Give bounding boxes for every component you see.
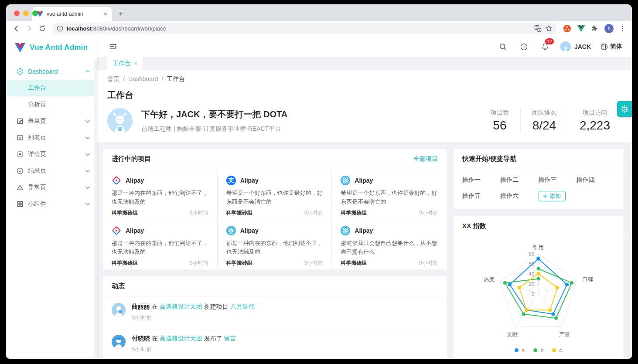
browser-profile-avatar[interactable]: h — [604, 24, 614, 33]
stat-value: 8/24 — [532, 119, 556, 133]
project-group-link[interactable]: 科学搬砖组 — [112, 259, 138, 267]
project-group-link[interactable]: 科学搬砖组 — [341, 209, 367, 217]
page-tab-workplace[interactable]: 工作台 × — [107, 57, 143, 70]
chevron-down-icon — [85, 185, 90, 190]
activity-item: 付晓晓 在 高逼格设计天团 发布了 留言 9小时前 — [112, 328, 438, 358]
legend-item[interactable]: c — [552, 347, 562, 354]
notification-bell-icon[interactable]: 12 — [539, 41, 551, 52]
breadcrumb-dashboard[interactable]: Dashboard — [128, 75, 158, 83]
project-card[interactable]: Alipay那时候我只会想自己想要什么，从不想自己拥有什么科学搬砖组9小时前 — [332, 219, 447, 269]
project-group-link[interactable]: 科学搬砖组 — [341, 259, 367, 267]
activity-target-link[interactable]: 留言 — [224, 335, 236, 342]
alipay-icon: 支 — [226, 176, 236, 185]
sidebar-item-label: 表单页 — [28, 117, 85, 125]
add-button[interactable]: 添加 — [539, 191, 566, 201]
quick-nav-link-2[interactable]: 操作二 — [500, 176, 538, 184]
sidebar-item-label: 结果页 — [28, 167, 85, 175]
new-tab-button[interactable]: + — [115, 8, 126, 20]
project-time: 9小时前 — [419, 259, 438, 267]
page-tab-close-icon[interactable]: × — [134, 61, 137, 67]
project-name[interactable]: Alipay — [355, 177, 373, 184]
site-info-icon[interactable] — [57, 25, 63, 32]
browser-menu-icon[interactable] — [619, 25, 626, 32]
back-button[interactable] — [10, 23, 22, 34]
page-header: 首页 / Dashboard / 工作台 工作台 下午好，JACK，要不要打一把… — [97, 70, 632, 142]
menu-fold-icon[interactable] — [107, 41, 119, 52]
legend-item[interactable]: a — [515, 347, 525, 354]
minimize-window-button[interactable] — [23, 10, 29, 16]
project-time: 9小时前 — [190, 209, 208, 217]
tab-title: vue-antd-admin — [47, 11, 100, 17]
page-scroll-area[interactable]: 首页 / Dashboard / 工作台 工作台 下午好，JACK，要不要打一把… — [97, 70, 632, 358]
dashboard-icon — [17, 68, 24, 75]
activity-group-link[interactable]: 高逼格设计天团 — [160, 335, 202, 342]
chevron-down-icon — [85, 169, 90, 173]
browser-toolbar: localhost:8080/#/dashboard/workplace 文A … — [6, 21, 632, 36]
quick-nav-link-3[interactable]: 操作三 — [539, 176, 577, 184]
bookmark-star-icon[interactable] — [545, 25, 553, 32]
project-name[interactable]: Alipay — [240, 177, 259, 184]
sidebar-item-analysis[interactable]: 分析页 — [6, 96, 97, 113]
project-card[interactable]: Alipay希望是一个好东西，也许是最好的，好东西是不会消亡的科学搬砖组9小时前 — [332, 169, 447, 219]
greeting-block: 下午好，JACK，要不要打一把 DOTA 前端工程师 | 蚂蚁金服-计算服务事业… — [107, 108, 621, 133]
sidebar-item-label: 小组件 — [28, 200, 85, 208]
app-header: ? 12 JACK 简体 — [97, 36, 632, 57]
vue-logo-icon — [15, 43, 25, 52]
sidebar-item-detail[interactable]: 详情页 — [6, 146, 97, 163]
search-icon[interactable] — [498, 41, 509, 52]
extension-orange-icon[interactable] — [563, 24, 571, 33]
chevron-down-icon — [85, 202, 90, 206]
reload-button[interactable] — [37, 23, 48, 34]
sidebar-item-widgets[interactable]: 小组件 — [6, 196, 97, 212]
settings-gear-button[interactable] — [617, 101, 632, 117]
sidebar-item-dashboard[interactable]: Dashboard — [6, 63, 97, 80]
browser-tab[interactable]: vue-antd-admin × — [32, 7, 112, 21]
vue-devtools-icon[interactable] — [577, 25, 585, 32]
breadcrumb-home[interactable]: 首页 — [107, 75, 119, 83]
sidebar-item-list[interactable]: 列表页 — [6, 129, 97, 146]
project-name[interactable]: Alipay — [355, 227, 373, 234]
svg-text:80: 80 — [529, 251, 535, 257]
project-description: 那是一种内在的东西，他们到达不了，也无法触及的 — [112, 239, 208, 256]
project-name[interactable]: Alipay — [126, 177, 144, 184]
project-card[interactable]: Alipay那是一种内在的东西，他们到达不了，也无法触及的科学搬砖组9小时前 — [103, 169, 218, 219]
quick-nav-link-5[interactable]: 操作五 — [462, 192, 500, 200]
tab-close-icon[interactable]: × — [104, 11, 107, 17]
extensions-puzzle-icon[interactable] — [591, 24, 599, 32]
project-name[interactable]: Alipay — [240, 227, 259, 234]
project-name[interactable]: Alipay — [126, 227, 144, 234]
project-card[interactable]: Alipay那是一种内在的东西，他们到达不了，也无法触及的科学搬砖组9小时前 — [103, 219, 218, 269]
activity-target-link[interactable]: 八月迭代 — [230, 303, 255, 310]
url-text[interactable]: localhost:8080/#/dashboard/workplace — [67, 25, 531, 32]
user-menu[interactable]: JACK — [560, 41, 591, 52]
sidebar-item-label: 工作台 — [28, 84, 90, 92]
app-logo[interactable]: Vue Antd Admin — [6, 36, 97, 59]
project-card[interactable]: Alipay那是一种内在的东西，他们到达不了，也无法触及的科学搬砖组9小时前 — [218, 219, 332, 269]
project-group-link[interactable]: 科学搬砖组 — [112, 209, 138, 217]
activity-group-link[interactable]: 高逼格设计天团 — [160, 303, 202, 310]
sidebar-item-exception[interactable]: 异常页 — [6, 179, 97, 196]
forward-button[interactable] — [24, 23, 35, 34]
project-group-link[interactable]: 科学搬砖组 — [226, 259, 252, 267]
sidebar-item-label: 详情页 — [28, 150, 85, 158]
quick-nav-link-1[interactable]: 操作一 — [462, 176, 500, 184]
fullscreen-window-button[interactable] — [32, 10, 38, 16]
translate-icon[interactable]: 文A — [534, 25, 542, 32]
sidebar-item-form[interactable]: 表单页 — [6, 113, 97, 129]
quick-nav-link-4[interactable]: 操作四 — [577, 176, 614, 184]
quick-nav-link-6[interactable]: 操作六 — [500, 192, 538, 200]
sidebar-item-result[interactable]: 结果页 — [6, 163, 97, 179]
project-group-link[interactable]: 科学搬砖组 — [226, 209, 252, 217]
close-window-button[interactable] — [14, 10, 20, 16]
address-bar[interactable]: localhost:8080/#/dashboard/workplace 文A — [52, 23, 557, 34]
help-icon[interactable]: ? — [519, 41, 530, 52]
sidebar-item-workplace[interactable]: 工作台 — [6, 80, 97, 96]
gear-icon — [621, 105, 629, 113]
language-switcher[interactable]: 简体 — [600, 43, 622, 51]
sidebar-scrollbar[interactable] — [94, 60, 97, 358]
legend-item[interactable]: b — [533, 347, 543, 354]
project-card[interactable]: 支Alipay希望是一个好东西，也许是最好的，好东西是不会消亡的科学搬砖组9小时… — [218, 169, 332, 219]
all-projects-link[interactable]: 全部项目 — [413, 155, 438, 163]
activity-user[interactable]: 付晓晓 — [132, 335, 150, 342]
activity-user[interactable]: 曲丽丽 — [132, 303, 150, 310]
